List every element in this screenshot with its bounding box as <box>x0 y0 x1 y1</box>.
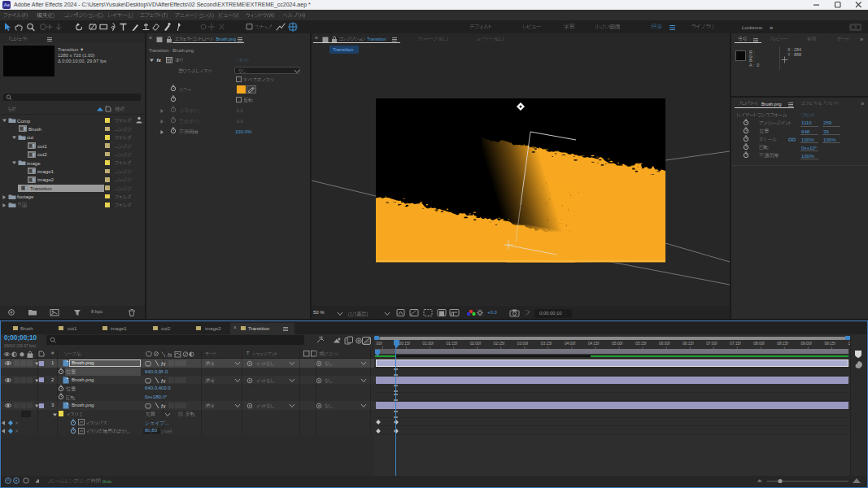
svg-text:fx: fx <box>168 351 172 357</box>
